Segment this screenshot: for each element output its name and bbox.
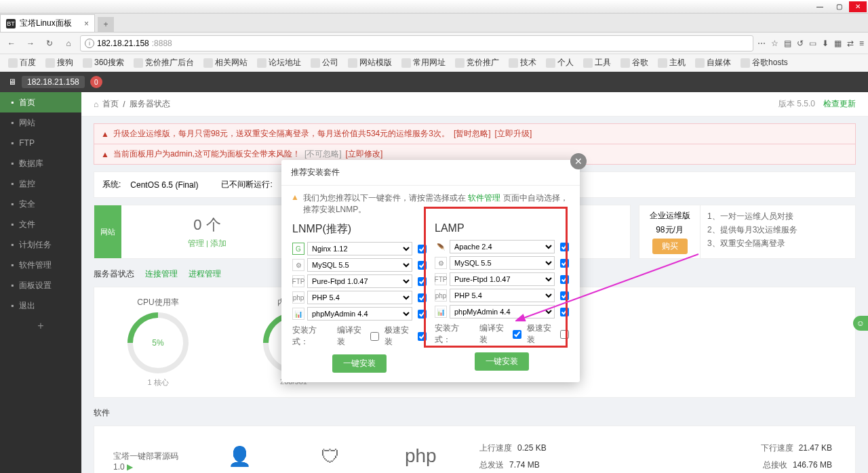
url-port: :8888	[152, 39, 172, 48]
package-select[interactable]: MySQL 5.5	[450, 256, 555, 270]
menu-icon[interactable]: ≡	[859, 39, 864, 48]
bookmark-item[interactable]: 相关网站	[199, 56, 252, 70]
software-item[interactable]: 宝塔一键部署源码 1.0 ▶	[104, 436, 195, 473]
window-close-button[interactable]: ✕	[849, 1, 867, 12]
browser-tab[interactable]: BT 宝塔Linux面板 ×	[0, 14, 95, 32]
sidebar-item[interactable]: ▪安全	[0, 194, 81, 214]
manage-link[interactable]: 管理	[188, 239, 204, 248]
download-icon[interactable]: ⬇	[822, 39, 829, 48]
alert-upgrade-link[interactable]: [立即升级]	[495, 128, 532, 140]
play-icon: ▶	[127, 462, 133, 472]
address-bar[interactable]: i 182.18.21.158:8888	[80, 35, 753, 52]
package-checkbox[interactable]	[560, 291, 569, 300]
sidebar-add-button[interactable]: +	[0, 316, 81, 336]
bookmark-item[interactable]: 搜狗	[41, 56, 77, 70]
package-select[interactable]: phpMyAdmin 4.4	[307, 307, 412, 321]
sidebar-item[interactable]: ▪文件	[0, 214, 81, 234]
bookmark-item[interactable]: 竞价推广后台	[130, 56, 198, 70]
lnmp-install-button[interactable]: 一键安装	[332, 354, 387, 373]
package-checkbox[interactable]	[418, 245, 427, 253]
fast-option[interactable]: 极速安装	[384, 325, 427, 348]
conn-manage-link[interactable]: 连接管理	[145, 268, 178, 280]
package-row: ⚙MySQL 5.5	[292, 258, 427, 272]
bookmark-item[interactable]: 工具	[579, 56, 615, 70]
package-checkbox[interactable]	[560, 243, 569, 251]
sidebar-item[interactable]: ▪退出	[0, 295, 81, 316]
package-checkbox[interactable]	[560, 308, 569, 316]
sidebar-item[interactable]: ▪监控	[0, 173, 81, 194]
sidebar-item[interactable]: ▪首页	[0, 92, 81, 112]
sync-icon[interactable]: ⇄	[847, 39, 854, 48]
package-select[interactable]: Pure-Ftpd 1.0.47	[307, 274, 412, 288]
add-link[interactable]: 添加	[210, 239, 226, 248]
sidebar-item[interactable]: ▪软件管理	[0, 255, 81, 275]
nav-icon: ▪	[11, 179, 14, 188]
package-select[interactable]: PHP 5.4	[307, 291, 412, 304]
bookmark-item[interactable]: 网站模版	[344, 56, 396, 70]
bookmark-item[interactable]: 谷歌hosts	[736, 56, 792, 70]
compile-option[interactable]: 编译安装	[479, 323, 521, 346]
package-select[interactable]: PHP 5.4	[450, 289, 555, 302]
package-icon: ⚙	[435, 257, 447, 269]
help-float-button[interactable]: ☺	[853, 316, 868, 331]
bookmark-item[interactable]: 公司	[307, 56, 342, 70]
bookmark-item[interactable]: 百度	[4, 56, 40, 70]
forward-button[interactable]: →	[23, 36, 38, 51]
alert-modify-link[interactable]: [立即修改]	[346, 148, 383, 160]
bookmark-item[interactable]: 技术	[505, 56, 540, 70]
alert-ignore-link[interactable]: [暂时忽略]	[454, 128, 491, 140]
package-checkbox[interactable]	[560, 275, 569, 284]
library-icon[interactable]: ▤	[784, 39, 791, 48]
package-select[interactable]: phpMyAdmin 4.4	[450, 305, 555, 318]
compile-option[interactable]: 编译安装	[337, 325, 379, 348]
buy-button[interactable]: 购买	[652, 239, 688, 254]
software-item[interactable]: phpPHP守护 1.2 ▶	[376, 436, 467, 473]
package-select[interactable]: Apache 2.4	[450, 240, 555, 253]
site-info-icon[interactable]: i	[85, 39, 94, 48]
bookmark-item[interactable]: 个人	[542, 56, 578, 70]
sidebar-item[interactable]: ▪FTP	[0, 133, 81, 153]
bookmark-item[interactable]: 主机	[654, 56, 690, 70]
modal-close-button[interactable]: ✕	[570, 153, 587, 169]
fast-option[interactable]: 极速安装	[527, 323, 569, 346]
tab-close-icon[interactable]: ×	[84, 19, 89, 28]
proc-manage-link[interactable]: 进程管理	[189, 268, 221, 280]
software-manage-link[interactable]: 软件管理	[468, 193, 500, 203]
new-tab-button[interactable]: +	[98, 17, 114, 32]
reload-button[interactable]: ↻	[42, 36, 57, 51]
message-count-badge[interactable]: 0	[90, 76, 102, 88]
software-item[interactable]: 👤宝塔运维 1.0 ▶	[195, 436, 285, 473]
package-select[interactable]: Pure-Ftpd 1.0.47	[450, 272, 555, 286]
software-icon: 🛡	[321, 445, 340, 468]
history-icon[interactable]: ↺	[797, 39, 804, 48]
package-select[interactable]: MySQL 5.5	[307, 258, 412, 272]
package-checkbox[interactable]	[418, 310, 427, 318]
window-maximize-button[interactable]: ▢	[830, 1, 848, 12]
home-button[interactable]: ⌂	[61, 36, 76, 51]
bookmark-item[interactable]: 竞价推广	[451, 56, 503, 70]
check-update-link[interactable]: 检查更新	[823, 98, 856, 110]
ext-icon[interactable]: ▦	[834, 39, 842, 48]
star-icon[interactable]: ☆	[771, 39, 778, 48]
package-checkbox[interactable]	[560, 259, 569, 268]
package-checkbox[interactable]	[418, 293, 427, 302]
reader-icon[interactable]: ▭	[809, 39, 816, 48]
sidebar-item[interactable]: ▪面板设置	[0, 275, 81, 295]
sidebar-item[interactable]: ▪网站	[0, 112, 81, 133]
sidebar-item[interactable]: ▪计划任务	[0, 234, 81, 255]
breadcrumb-home[interactable]: 首页	[102, 98, 119, 110]
back-button[interactable]: ←	[4, 36, 19, 51]
bookmark-item[interactable]: 谷歌	[616, 56, 652, 70]
window-minimize-button[interactable]: —	[811, 1, 829, 12]
more-icon[interactable]: ⋯	[757, 39, 766, 48]
software-item[interactable]: 🛡宝塔安全登陆 1.1 ▶	[285, 436, 376, 473]
bookmark-item[interactable]: 常用网址	[397, 56, 450, 70]
package-checkbox[interactable]	[418, 277, 427, 286]
lamp-install-button[interactable]: 一键安装	[475, 352, 529, 371]
bookmark-item[interactable]: 自媒体	[691, 56, 735, 70]
bookmark-item[interactable]: 论坛地址	[253, 56, 305, 70]
package-checkbox[interactable]	[418, 261, 427, 270]
package-select[interactable]: Nginx 1.12	[307, 242, 412, 255]
bookmark-item[interactable]: 360搜索	[79, 56, 128, 70]
sidebar-item[interactable]: ▪数据库	[0, 153, 81, 173]
